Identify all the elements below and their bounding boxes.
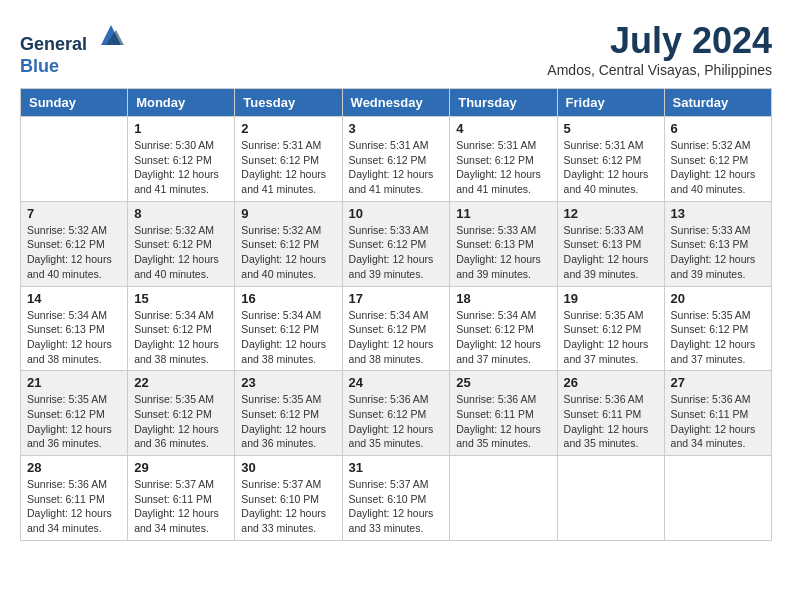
calendar-cell: 14Sunrise: 5:34 AM Sunset: 6:13 PM Dayli… — [21, 286, 128, 371]
calendar-cell: 5Sunrise: 5:31 AM Sunset: 6:12 PM Daylig… — [557, 117, 664, 202]
day-info: Sunrise: 5:35 AM Sunset: 6:12 PM Dayligh… — [241, 392, 335, 451]
calendar-cell: 24Sunrise: 5:36 AM Sunset: 6:12 PM Dayli… — [342, 371, 450, 456]
day-info: Sunrise: 5:35 AM Sunset: 6:12 PM Dayligh… — [134, 392, 228, 451]
day-number: 3 — [349, 121, 444, 136]
day-number: 4 — [456, 121, 550, 136]
day-info: Sunrise: 5:37 AM Sunset: 6:11 PM Dayligh… — [134, 477, 228, 536]
day-number: 16 — [241, 291, 335, 306]
day-info: Sunrise: 5:31 AM Sunset: 6:12 PM Dayligh… — [349, 138, 444, 197]
calendar-cell: 9Sunrise: 5:32 AM Sunset: 6:12 PM Daylig… — [235, 201, 342, 286]
title-section: July 2024 Amdos, Central Visayas, Philip… — [547, 20, 772, 78]
logo-blue: Blue — [20, 56, 59, 76]
day-info: Sunrise: 5:30 AM Sunset: 6:12 PM Dayligh… — [134, 138, 228, 197]
day-number: 6 — [671, 121, 765, 136]
logo: General Blue — [20, 20, 126, 77]
weekday-header-sunday: Sunday — [21, 89, 128, 117]
day-number: 10 — [349, 206, 444, 221]
weekday-header-monday: Monday — [128, 89, 235, 117]
calendar-cell: 22Sunrise: 5:35 AM Sunset: 6:12 PM Dayli… — [128, 371, 235, 456]
day-number: 19 — [564, 291, 658, 306]
day-number: 2 — [241, 121, 335, 136]
location-subtitle: Amdos, Central Visayas, Philippines — [547, 62, 772, 78]
calendar-cell: 21Sunrise: 5:35 AM Sunset: 6:12 PM Dayli… — [21, 371, 128, 456]
day-number: 29 — [134, 460, 228, 475]
day-number: 28 — [27, 460, 121, 475]
day-info: Sunrise: 5:36 AM Sunset: 6:11 PM Dayligh… — [564, 392, 658, 451]
calendar-cell: 7Sunrise: 5:32 AM Sunset: 6:12 PM Daylig… — [21, 201, 128, 286]
day-number: 14 — [27, 291, 121, 306]
calendar-cell: 15Sunrise: 5:34 AM Sunset: 6:12 PM Dayli… — [128, 286, 235, 371]
calendar-cell: 17Sunrise: 5:34 AM Sunset: 6:12 PM Dayli… — [342, 286, 450, 371]
day-info: Sunrise: 5:32 AM Sunset: 6:12 PM Dayligh… — [27, 223, 121, 282]
calendar-cell: 13Sunrise: 5:33 AM Sunset: 6:13 PM Dayli… — [664, 201, 771, 286]
calendar-cell: 26Sunrise: 5:36 AM Sunset: 6:11 PM Dayli… — [557, 371, 664, 456]
day-number: 30 — [241, 460, 335, 475]
day-number: 18 — [456, 291, 550, 306]
calendar-cell: 11Sunrise: 5:33 AM Sunset: 6:13 PM Dayli… — [450, 201, 557, 286]
day-number: 17 — [349, 291, 444, 306]
calendar-cell: 3Sunrise: 5:31 AM Sunset: 6:12 PM Daylig… — [342, 117, 450, 202]
day-info: Sunrise: 5:36 AM Sunset: 6:11 PM Dayligh… — [456, 392, 550, 451]
calendar-cell — [557, 456, 664, 541]
day-info: Sunrise: 5:34 AM Sunset: 6:12 PM Dayligh… — [349, 308, 444, 367]
day-number: 12 — [564, 206, 658, 221]
day-info: Sunrise: 5:37 AM Sunset: 6:10 PM Dayligh… — [349, 477, 444, 536]
calendar-cell: 20Sunrise: 5:35 AM Sunset: 6:12 PM Dayli… — [664, 286, 771, 371]
day-info: Sunrise: 5:35 AM Sunset: 6:12 PM Dayligh… — [671, 308, 765, 367]
calendar-cell: 30Sunrise: 5:37 AM Sunset: 6:10 PM Dayli… — [235, 456, 342, 541]
calendar-table: SundayMondayTuesdayWednesdayThursdayFrid… — [20, 88, 772, 541]
calendar-cell: 16Sunrise: 5:34 AM Sunset: 6:12 PM Dayli… — [235, 286, 342, 371]
weekday-header-friday: Friday — [557, 89, 664, 117]
calendar-cell — [664, 456, 771, 541]
weekday-header-thursday: Thursday — [450, 89, 557, 117]
day-info: Sunrise: 5:32 AM Sunset: 6:12 PM Dayligh… — [134, 223, 228, 282]
day-number: 13 — [671, 206, 765, 221]
day-number: 21 — [27, 375, 121, 390]
day-number: 22 — [134, 375, 228, 390]
calendar-cell — [21, 117, 128, 202]
day-number: 27 — [671, 375, 765, 390]
day-number: 5 — [564, 121, 658, 136]
day-info: Sunrise: 5:32 AM Sunset: 6:12 PM Dayligh… — [671, 138, 765, 197]
calendar-cell: 19Sunrise: 5:35 AM Sunset: 6:12 PM Dayli… — [557, 286, 664, 371]
day-info: Sunrise: 5:33 AM Sunset: 6:13 PM Dayligh… — [456, 223, 550, 282]
day-info: Sunrise: 5:34 AM Sunset: 6:13 PM Dayligh… — [27, 308, 121, 367]
calendar-cell: 18Sunrise: 5:34 AM Sunset: 6:12 PM Dayli… — [450, 286, 557, 371]
day-info: Sunrise: 5:32 AM Sunset: 6:12 PM Dayligh… — [241, 223, 335, 282]
calendar-cell — [450, 456, 557, 541]
day-number: 20 — [671, 291, 765, 306]
calendar-cell: 1Sunrise: 5:30 AM Sunset: 6:12 PM Daylig… — [128, 117, 235, 202]
calendar-cell: 2Sunrise: 5:31 AM Sunset: 6:12 PM Daylig… — [235, 117, 342, 202]
calendar-cell: 6Sunrise: 5:32 AM Sunset: 6:12 PM Daylig… — [664, 117, 771, 202]
day-info: Sunrise: 5:36 AM Sunset: 6:11 PM Dayligh… — [671, 392, 765, 451]
logo-text: General Blue — [20, 20, 126, 77]
calendar-cell: 28Sunrise: 5:36 AM Sunset: 6:11 PM Dayli… — [21, 456, 128, 541]
day-number: 26 — [564, 375, 658, 390]
day-number: 15 — [134, 291, 228, 306]
day-info: Sunrise: 5:31 AM Sunset: 6:12 PM Dayligh… — [456, 138, 550, 197]
calendar-week-row: 1Sunrise: 5:30 AM Sunset: 6:12 PM Daylig… — [21, 117, 772, 202]
day-info: Sunrise: 5:33 AM Sunset: 6:13 PM Dayligh… — [564, 223, 658, 282]
day-number: 11 — [456, 206, 550, 221]
calendar-week-row: 28Sunrise: 5:36 AM Sunset: 6:11 PM Dayli… — [21, 456, 772, 541]
weekday-header-row: SundayMondayTuesdayWednesdayThursdayFrid… — [21, 89, 772, 117]
weekday-header-wednesday: Wednesday — [342, 89, 450, 117]
day-info: Sunrise: 5:36 AM Sunset: 6:11 PM Dayligh… — [27, 477, 121, 536]
calendar-cell: 8Sunrise: 5:32 AM Sunset: 6:12 PM Daylig… — [128, 201, 235, 286]
day-info: Sunrise: 5:31 AM Sunset: 6:12 PM Dayligh… — [564, 138, 658, 197]
calendar-cell: 31Sunrise: 5:37 AM Sunset: 6:10 PM Dayli… — [342, 456, 450, 541]
calendar-cell: 23Sunrise: 5:35 AM Sunset: 6:12 PM Dayli… — [235, 371, 342, 456]
day-number: 23 — [241, 375, 335, 390]
day-number: 1 — [134, 121, 228, 136]
day-info: Sunrise: 5:33 AM Sunset: 6:13 PM Dayligh… — [671, 223, 765, 282]
day-number: 31 — [349, 460, 444, 475]
day-info: Sunrise: 5:37 AM Sunset: 6:10 PM Dayligh… — [241, 477, 335, 536]
calendar-week-row: 14Sunrise: 5:34 AM Sunset: 6:13 PM Dayli… — [21, 286, 772, 371]
day-number: 24 — [349, 375, 444, 390]
calendar-week-row: 7Sunrise: 5:32 AM Sunset: 6:12 PM Daylig… — [21, 201, 772, 286]
day-info: Sunrise: 5:31 AM Sunset: 6:12 PM Dayligh… — [241, 138, 335, 197]
day-number: 25 — [456, 375, 550, 390]
day-info: Sunrise: 5:34 AM Sunset: 6:12 PM Dayligh… — [241, 308, 335, 367]
day-info: Sunrise: 5:34 AM Sunset: 6:12 PM Dayligh… — [134, 308, 228, 367]
calendar-cell: 27Sunrise: 5:36 AM Sunset: 6:11 PM Dayli… — [664, 371, 771, 456]
